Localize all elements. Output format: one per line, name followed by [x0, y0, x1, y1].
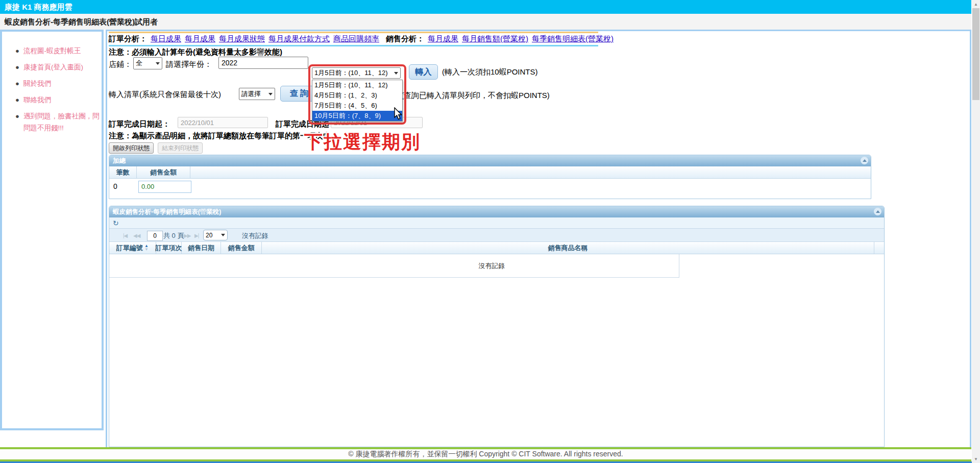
- grid-column-headers: 訂單編號 ▲▼ 訂單項次 銷售日期 銷售金額 銷售商品名稱: [109, 242, 884, 254]
- store-select-value: 全: [136, 59, 142, 68]
- grid-col-product-name[interactable]: 銷售商品名稱: [262, 242, 874, 254]
- summary-amount-value: 0.00: [138, 181, 191, 193]
- first-page-icon[interactable]: |◀: [123, 233, 127, 238]
- store-select[interactable]: 全: [133, 57, 162, 69]
- summary-col-amount: 銷售金額: [137, 166, 190, 178]
- print-end-button[interactable]: 結束列印狀態: [158, 142, 203, 154]
- next-page-icon[interactable]: ▶▶: [184, 233, 190, 238]
- grid-panel-title: 蝦皮銷售分析-每季銷售明細表(營業稅): [113, 208, 222, 215]
- total-pages-label: 共 0 頁: [163, 231, 184, 240]
- annotation-dropdown-period: 下拉選擇期別: [304, 130, 421, 155]
- chevron-down-icon: [221, 234, 225, 236]
- nav-link-repurchase-rate[interactable]: 商品回購頻率: [333, 34, 379, 44]
- import-list-select[interactable]: 請選擇: [239, 88, 275, 100]
- page-subtitle: 蝦皮銷售分析-每季銷售明細表(營業稅)試用者: [5, 17, 158, 26]
- grid-col-order-item[interactable]: 訂單項次: [156, 242, 182, 254]
- sidebar-item-home[interactable]: ● 康捷首頁(登入畫面): [15, 61, 101, 73]
- nav-link-monthly-payment[interactable]: 每月成果付款方式: [268, 34, 330, 44]
- sidebar-item-about[interactable]: ● 關於我們: [15, 78, 101, 89]
- grid-panel: 蝦皮銷售分析-每季銷售明細表(營業稅) ↻ |◀ ◀◀ 共 0 頁 ▶▶ ▶| …: [109, 206, 885, 447]
- grid-toolbar: ↻: [109, 217, 884, 229]
- grid-empty-text: 沒有記錄: [109, 261, 874, 271]
- notice-year-required: 注意：必須輸入計算年份(避免資料量太多影響效能): [109, 47, 282, 57]
- divider-cyan: [109, 45, 598, 46]
- summary-panel: 加總 筆數 銷售金額 0 0.00: [109, 155, 871, 199]
- grid-col-sales-amount[interactable]: 銷售金額: [221, 242, 262, 254]
- mouse-cursor-icon: [393, 107, 403, 123]
- date-from-label: 訂單完成日期起：: [109, 119, 170, 129]
- sort-icons: ▲▼: [144, 245, 149, 252]
- footer: © 康捷電腦著作權所有，並保留一切權利 Copyright © CIT Soft…: [0, 447, 971, 461]
- sidebar: ● 流程圖-蝦皮對帳王 ● 康捷首頁(登入畫面) ● 關於我們 ● 聯絡我們 ●…: [0, 30, 104, 430]
- sales-analysis-label: 銷售分析：: [386, 34, 424, 44]
- period-select[interactable]: 1月5日前：(10、11、12): [312, 67, 401, 79]
- summary-col-filler: [190, 166, 871, 178]
- order-analysis-label: 訂單分析：: [109, 34, 147, 44]
- nav-link-sales-quarterly-tax[interactable]: 每季銷售明細表(營業稅): [532, 34, 614, 44]
- sidebar-item-label: 康捷首頁(登入畫面): [23, 63, 83, 71]
- grid-panel-header: 蝦皮銷售分析-每季銷售明細表(營業稅): [109, 206, 884, 217]
- scroll-down-icon[interactable]: ▼: [972, 455, 980, 463]
- sidebar-item-label: 聯絡我們: [23, 96, 51, 104]
- grid-col-label: 訂單編號: [116, 243, 143, 253]
- import-list-select-value: 請選擇: [241, 90, 261, 99]
- scrollbar-thumb[interactable]: [972, 8, 979, 100]
- sidebar-item-facebook-group[interactable]: ● 遇到問題，臉書社團，問問題不用錢!!!: [15, 110, 101, 134]
- collapse-button[interactable]: [861, 157, 868, 164]
- nav-link-daily-results[interactable]: 每日成果: [151, 34, 181, 44]
- summary-panel-header: 加總: [109, 155, 871, 166]
- page-subtitle-bar: 蝦皮銷售分析-每季銷售明細表(營業稅)試用者: [0, 14, 971, 30]
- bullet-icon: ●: [15, 94, 19, 106]
- sidebar-item-label: 遇到問題，臉書社團，問問題不用錢!!!: [23, 112, 100, 132]
- date-from-input[interactable]: [178, 117, 268, 128]
- page-size-select[interactable]: 20: [203, 230, 228, 240]
- summary-col-count: 筆數: [109, 166, 137, 178]
- nav-link-monthly-results[interactable]: 每月成果: [185, 34, 215, 44]
- chevron-down-icon: [156, 62, 160, 65]
- vertical-scrollbar[interactable]: ▲ ▼: [972, 0, 980, 463]
- nav-link-sales-monthly-tax[interactable]: 每月銷售額(營業稅): [462, 34, 528, 44]
- query-note: (查詢已轉入清單與列印，不會扣蝦POINTS): [401, 91, 550, 101]
- chevron-down-icon: [394, 72, 398, 75]
- grid-pager: |◀ ◀◀ 共 0 頁 ▶▶ ▶| 20 沒有記錄: [109, 229, 884, 242]
- period-select-value: 1月5日前：(10、11、12): [314, 68, 388, 78]
- year-input[interactable]: [218, 57, 308, 69]
- store-label: 店鋪：: [109, 60, 132, 69]
- refresh-icon[interactable]: ↻: [113, 219, 119, 227]
- summary-column-headers: 筆數 銷售金額: [109, 166, 871, 179]
- period-option-q2[interactable]: 7月5日前：(4、5、6): [312, 101, 402, 111]
- import-button[interactable]: 轉入: [409, 64, 438, 80]
- period-option-q3-highlighted[interactable]: 10月5日前：(7、8、9): [312, 111, 402, 121]
- bullet-icon: ●: [15, 110, 19, 122]
- pager-status: 沒有記錄: [242, 231, 268, 240]
- sidebar-item-contact[interactable]: ● 聯絡我們: [15, 94, 101, 106]
- collapse-button[interactable]: [874, 208, 881, 215]
- last-page-icon[interactable]: ▶|: [194, 233, 199, 238]
- print-start-button[interactable]: 開啟列印狀態: [109, 142, 154, 154]
- sidebar-item-label: 流程圖-蝦皮對帳王: [23, 47, 81, 55]
- page-size-value: 20: [206, 232, 212, 239]
- bullet-icon: ●: [15, 78, 19, 89]
- summary-panel-title: 加總: [113, 157, 126, 164]
- page-number-input[interactable]: [147, 231, 163, 241]
- chevron-down-icon: [268, 93, 273, 95]
- period-option-q4[interactable]: 1月5日前：(10、11、12): [312, 80, 402, 90]
- prev-page-icon[interactable]: ◀◀: [133, 233, 140, 238]
- grid-col-sales-date[interactable]: 銷售日期: [182, 242, 221, 254]
- sidebar-item-flowchart[interactable]: ● 流程圖-蝦皮對帳王: [15, 45, 101, 57]
- sidebar-item-label: 關於我們: [23, 80, 51, 87]
- grid-col-order-number[interactable]: 訂單編號 ▲▼: [109, 242, 156, 254]
- grid-col-filler: [874, 242, 884, 254]
- collapse-arrow-icon: [863, 159, 867, 162]
- nav-link-sales-monthly[interactable]: 每月成果: [428, 34, 458, 44]
- period-option-q1[interactable]: 4月5日前：(1、2、3): [312, 90, 402, 101]
- scroll-up-icon[interactable]: ▲: [972, 0, 980, 8]
- app-title: 康捷 K1 商務應用雲: [5, 3, 72, 11]
- copyright-text: © 康捷電腦著作權所有，並保留一切權利 Copyright © CIT Soft…: [348, 450, 623, 459]
- app-title-bar: 康捷 K1 商務應用雲: [0, 0, 971, 14]
- import-note: (轉入一次須扣10蝦POINTS): [442, 67, 538, 77]
- collapse-arrow-icon: [876, 210, 880, 213]
- nav-link-monthly-status[interactable]: 每月成果狀態: [219, 34, 265, 44]
- summary-count-value: 0: [113, 182, 117, 190]
- analysis-nav: 訂單分析： 每日成果 每月成果 每月成果狀態 每月成果付款方式 商品回購頻率 銷…: [109, 33, 614, 45]
